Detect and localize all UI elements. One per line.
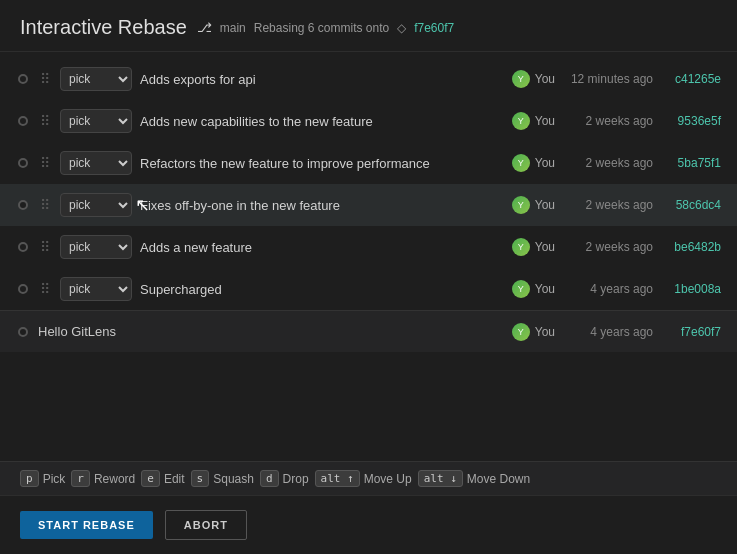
timeline-dot-col — [16, 74, 30, 84]
shortcut-reword: r Reword — [71, 470, 135, 487]
commit-time: 2 weeks ago — [563, 240, 653, 254]
key-d: d — [260, 470, 279, 487]
action-select[interactable]: pickrewordeditsquashdrop — [60, 193, 132, 217]
drag-handle[interactable]: ⠿ — [38, 281, 52, 297]
commit-message: Adds new capabilities to the new feature — [140, 114, 504, 129]
commit-author: Y You — [512, 280, 555, 298]
commit-list: ⠿ pickrewordeditsquashdrop Adds exports … — [0, 52, 737, 461]
commit-author: Y You — [512, 323, 555, 341]
key-e: e — [141, 470, 160, 487]
label-move-down: Move Down — [467, 472, 530, 486]
timeline-dot — [18, 242, 28, 252]
author-name: You — [535, 282, 555, 296]
author-name: You — [535, 240, 555, 254]
rebase-label: Rebasing 6 commits onto — [254, 21, 389, 35]
commit-sha[interactable]: c41265e — [661, 72, 721, 86]
pick-wrapper: pickrewordeditsquashdrop — [60, 151, 132, 175]
commit-message: Fixes off-by-one in the new feature — [140, 198, 504, 213]
key-r: r — [71, 470, 90, 487]
header: Interactive Rebase ⎇ main Rebasing 6 com… — [0, 0, 737, 52]
drag-handle[interactable]: ⠿ — [38, 197, 52, 213]
commit-sha[interactable]: f7e60f7 — [661, 325, 721, 339]
page-title: Interactive Rebase — [20, 16, 187, 39]
avatar: Y — [512, 238, 530, 256]
shortcut-edit: e Edit — [141, 470, 184, 487]
label-squash: Squash — [213, 472, 254, 486]
commit-time: 2 weeks ago — [563, 198, 653, 212]
pick-wrapper: pickrewordeditsquashdrop — [60, 277, 132, 301]
commit-sha[interactable]: 1be008a — [661, 282, 721, 296]
commit-time: 4 years ago — [563, 325, 653, 339]
action-select[interactable]: pickrewordeditsquashdrop — [60, 151, 132, 175]
key-alt-up: alt ↑ — [315, 470, 360, 487]
key-s: s — [191, 470, 210, 487]
commit-row: ⠿ pickrewordeditsquashdrop Refactors the… — [0, 142, 737, 184]
abort-button[interactable]: ABORT — [165, 510, 247, 540]
commit-sha[interactable]: 5ba75f1 — [661, 156, 721, 170]
pick-wrapper: pickrewordeditsquashdrop — [60, 235, 132, 259]
shortcut-drop: d Drop — [260, 470, 309, 487]
action-select[interactable]: pickrewordeditsquashdrop — [60, 67, 132, 91]
shortcut-squash: s Squash — [191, 470, 254, 487]
commit-row: ⠿ pickrewordeditsquashdrop Adds new capa… — [0, 100, 737, 142]
branch-name: main — [220, 21, 246, 35]
commit-sha[interactable]: 9536e5f — [661, 114, 721, 128]
diamond-icon: ◇ — [397, 21, 406, 35]
commit-row: ⠿ pickrewordeditsquashdrop ↖ Fixes off-b… — [0, 184, 737, 226]
label-reword: Reword — [94, 472, 135, 486]
drag-handle[interactable]: ⠿ — [38, 239, 52, 255]
commit-row: Hello GitLens Y You 4 years ago f7e60f7 — [0, 310, 737, 352]
commit-sha[interactable]: be6482b — [661, 240, 721, 254]
shortcut-pick: p Pick — [20, 470, 65, 487]
label-pick: Pick — [43, 472, 66, 486]
start-rebase-button[interactable]: START REBASE — [20, 511, 153, 539]
author-name: You — [535, 198, 555, 212]
drag-handle[interactable]: ⠿ — [38, 155, 52, 171]
action-select[interactable]: pickrewordeditsquashdrop — [60, 109, 132, 133]
commit-time: 2 weeks ago — [563, 114, 653, 128]
commit-time: 12 minutes ago — [563, 72, 653, 86]
shortcut-move-down: alt ↓ Move Down — [418, 470, 530, 487]
timeline-dot — [18, 74, 28, 84]
timeline-dot-col — [16, 242, 30, 252]
action-bar: START REBASE ABORT — [0, 495, 737, 554]
timeline-dot — [18, 116, 28, 126]
commit-row: ⠿ pickrewordeditsquashdrop Adds exports … — [0, 58, 737, 100]
drag-handle[interactable]: ⠿ — [38, 113, 52, 129]
avatar: Y — [512, 70, 530, 88]
timeline-dot-col — [16, 327, 30, 337]
commit-author: Y You — [512, 154, 555, 172]
commit-message: Adds a new feature — [140, 240, 504, 255]
pick-wrapper: pickrewordeditsquashdrop — [60, 109, 132, 133]
author-name: You — [535, 325, 555, 339]
shortcut-bar: p Pick r Reword e Edit s Squash d Drop a… — [0, 461, 737, 495]
shortcut-move-up: alt ↑ Move Up — [315, 470, 412, 487]
commit-author: Y You — [512, 238, 555, 256]
commit-row: ⠿ pickrewordeditsquashdrop Supercharged … — [0, 268, 737, 310]
label-drop: Drop — [283, 472, 309, 486]
key-p: p — [20, 470, 39, 487]
action-select[interactable]: pickrewordeditsquashdrop — [60, 277, 132, 301]
branch-icon: ⎇ — [197, 20, 212, 35]
commit-time: 4 years ago — [563, 282, 653, 296]
commit-message: Adds exports for api — [140, 72, 504, 87]
author-name: You — [535, 156, 555, 170]
commit-author: Y You — [512, 196, 555, 214]
author-name: You — [535, 72, 555, 86]
avatar: Y — [512, 323, 530, 341]
commit-message: Refactors the new feature to improve per… — [140, 156, 504, 171]
label-edit: Edit — [164, 472, 185, 486]
page: Interactive Rebase ⎇ main Rebasing 6 com… — [0, 0, 737, 554]
drag-handle[interactable]: ⠿ — [38, 71, 52, 87]
timeline-dot-col — [16, 158, 30, 168]
action-select[interactable]: pickrewordeditsquashdrop — [60, 235, 132, 259]
commit-author: Y You — [512, 70, 555, 88]
pick-wrapper: pickrewordeditsquashdrop — [60, 67, 132, 91]
timeline-dot-col — [16, 284, 30, 294]
timeline-dot — [18, 200, 28, 210]
commit-message: Supercharged — [140, 282, 504, 297]
commit-sha[interactable]: 58c6dc4 — [661, 198, 721, 212]
commit-time: 2 weeks ago — [563, 156, 653, 170]
avatar: Y — [512, 280, 530, 298]
timeline-dot — [18, 327, 28, 337]
